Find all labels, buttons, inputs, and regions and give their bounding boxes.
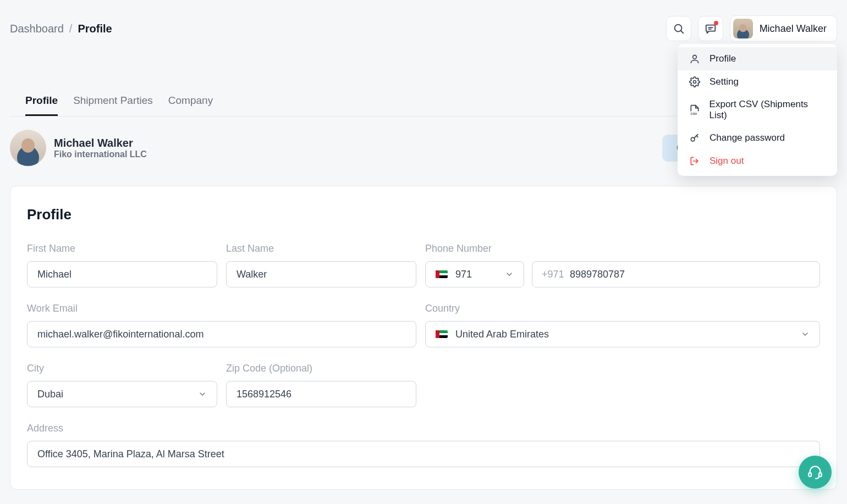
phone-input[interactable] <box>532 261 820 287</box>
user-dropdown: Profile Setting CSV Export CSV (Shipment… <box>678 44 837 176</box>
topbar-user-name: Michael Walker <box>760 23 827 35</box>
key-icon <box>689 132 701 144</box>
svg-text:CSV: CSV <box>690 112 697 115</box>
country-select[interactable]: United Arab Emirates <box>425 321 820 347</box>
gear-icon <box>689 76 701 88</box>
last-name-label: Last Name <box>226 243 416 254</box>
svg-rect-9 <box>809 473 811 477</box>
profile-company: Fiko international LLC <box>54 149 147 159</box>
profile-name: Michael Walker <box>54 137 147 149</box>
zip-input[interactable] <box>226 381 416 407</box>
uae-flag-icon <box>436 330 448 338</box>
breadcrumb-separator: / <box>69 23 73 35</box>
email-input[interactable] <box>27 321 416 347</box>
breadcrumb-current: Profile <box>78 23 112 35</box>
dropdown-item-label: Profile <box>710 53 736 64</box>
uae-flag-icon <box>436 270 448 278</box>
svg-line-1 <box>681 31 683 33</box>
tab-company[interactable]: Company <box>168 95 213 116</box>
search-icon <box>673 23 685 35</box>
headset-icon <box>807 464 823 480</box>
dropdown-item-label: Change password <box>710 132 785 143</box>
city-value: Dubai <box>37 389 63 400</box>
phone-country-code-select[interactable]: 971 <box>425 261 524 287</box>
city-select[interactable]: Dubai <box>27 381 217 407</box>
phone-code-value: 971 <box>455 269 472 280</box>
chevron-down-icon <box>801 330 810 339</box>
last-name-input[interactable] <box>226 261 416 287</box>
sign-out-icon <box>689 155 701 167</box>
dropdown-item-label: Setting <box>710 76 739 87</box>
country-value: United Arab Emirates <box>455 329 549 340</box>
tab-profile[interactable]: Profile <box>25 95 58 116</box>
dropdown-item-label: Sign out <box>710 156 744 167</box>
dropdown-item-change-password[interactable]: Change password <box>678 126 837 149</box>
csv-file-icon: CSV <box>689 104 701 116</box>
first-name-input[interactable] <box>27 261 217 287</box>
city-label: City <box>27 363 217 374</box>
chevron-down-icon <box>505 270 514 279</box>
support-fab[interactable] <box>799 456 832 489</box>
messages-button[interactable] <box>698 16 723 41</box>
phone-label: Phone Number <box>425 243 820 254</box>
email-label: Work Email <box>27 303 416 314</box>
search-button[interactable] <box>666 16 691 41</box>
address-input[interactable] <box>27 441 820 467</box>
tab-shipment-parties[interactable]: Shipment Parties <box>73 95 153 116</box>
country-label: Country <box>425 303 820 314</box>
address-label: Address <box>27 423 820 434</box>
phone-prefix: +971 <box>542 269 564 280</box>
dropdown-item-label: Export CSV (Shipments List) <box>710 99 826 121</box>
user-icon <box>689 53 701 65</box>
first-name-label: First Name <box>27 243 217 254</box>
dropdown-item-sign-out[interactable]: Sign out <box>678 149 837 173</box>
profile-card: Profile First Name Last Name Phone Numbe… <box>10 186 837 490</box>
chevron-down-icon <box>198 390 207 398</box>
avatar-icon <box>733 19 753 38</box>
profile-avatar <box>10 130 46 166</box>
notification-dot-icon <box>714 21 718 25</box>
card-title: Profile <box>27 206 820 223</box>
dropdown-item-setting[interactable]: Setting <box>678 70 837 93</box>
dropdown-item-export-csv[interactable]: CSV Export CSV (Shipments List) <box>678 93 837 126</box>
dropdown-item-profile[interactable]: Profile <box>678 47 837 70</box>
breadcrumb-root[interactable]: Dashboard <box>10 23 64 35</box>
svg-point-5 <box>694 81 696 84</box>
svg-rect-10 <box>819 473 822 477</box>
breadcrumb: Dashboard / Profile <box>10 23 112 35</box>
user-menu-trigger[interactable]: Michael Walker <box>730 15 837 42</box>
zip-label: Zip Code (Optional) <box>226 363 416 374</box>
svg-point-4 <box>693 55 697 59</box>
